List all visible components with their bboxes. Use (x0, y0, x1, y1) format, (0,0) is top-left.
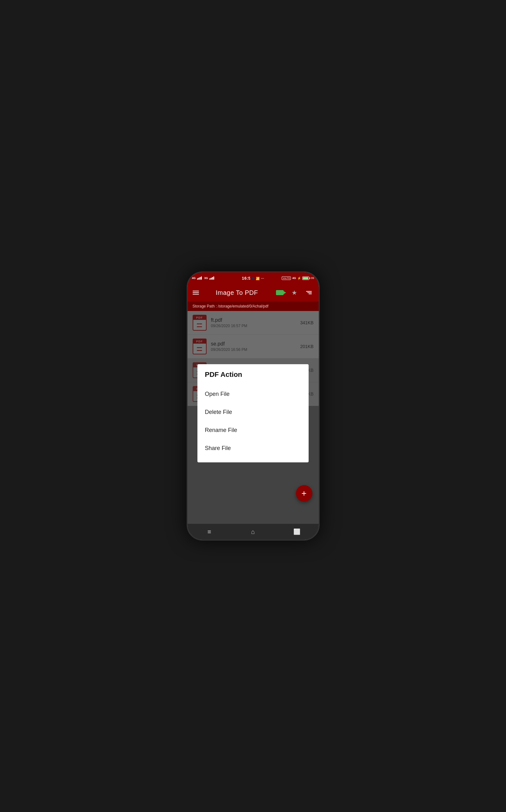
dialog-open-file[interactable]: Open File (205, 385, 301, 403)
network-3g: 3G (204, 277, 208, 280)
nav-menu-icon: ≡ (207, 528, 211, 535)
dialog-delete-file[interactable]: Delete File (205, 403, 301, 421)
nav-back-button[interactable]: ⬜ (287, 525, 307, 538)
app-bar: Image To PDF ★ (187, 284, 319, 302)
sort-button[interactable] (304, 288, 314, 297)
status-bar: 4G 3G 16:59 📶 ··· (187, 272, 319, 284)
camera-dot (252, 277, 254, 279)
nav-home-icon: ⌂ (251, 528, 255, 535)
charge-icon: ⚡ (297, 277, 301, 280)
storage-path-bar: Storage Path : /storage/emulated/0/Achal… (187, 302, 319, 311)
storage-path-text: Storage Path : /storage/emulated/0/Achal… (193, 304, 268, 308)
star-icon: ★ (291, 289, 297, 296)
network-4g: 4G (192, 277, 196, 280)
video-button[interactable] (275, 288, 284, 297)
volte-label: VoLTE (282, 277, 291, 280)
battery-level: 99 (311, 277, 314, 280)
phone-frame: 4G 3G 16:59 📶 ··· (187, 272, 320, 540)
pdf-action-dialog: PDF Action Open File Delete File Rename … (197, 364, 309, 463)
bottom-navigation: ≡ ⌂ ⬜ (187, 524, 319, 540)
notch (250, 275, 256, 281)
file-list-container: PDF ▬▬▬▬ ft.pdf 09/26/2020 16:57 PM 341K… (187, 311, 319, 524)
signal-bars-1 (197, 277, 202, 280)
nav-menu-button[interactable]: ≡ (200, 525, 219, 538)
status-left: 4G 3G (192, 277, 214, 280)
sort-icon (306, 291, 312, 294)
add-fab-button[interactable]: + (296, 485, 313, 502)
dialog-title: PDF Action (205, 371, 301, 379)
dialog-share-file[interactable]: Share File (205, 439, 301, 457)
signal-icon: 📶 (256, 277, 260, 280)
fab-plus-icon: + (301, 488, 307, 499)
nav-back-icon: ⬜ (293, 528, 301, 535)
signal-bars-2 (209, 277, 214, 280)
menu-button[interactable] (193, 291, 199, 295)
app-title: Image To PDF (204, 289, 270, 296)
battery-indicator: 99 (302, 277, 314, 280)
status-right: VoLTE 4G ⚡ 99 (282, 277, 314, 280)
nav-home-button[interactable]: ⌂ (244, 525, 263, 538)
dialog-rename-file[interactable]: Rename File (205, 421, 301, 439)
4g-label: 4G (292, 277, 296, 280)
video-icon (276, 290, 283, 295)
favorite-button[interactable]: ★ (289, 288, 299, 297)
phone-screen: 4G 3G 16:59 📶 ··· (187, 272, 319, 540)
